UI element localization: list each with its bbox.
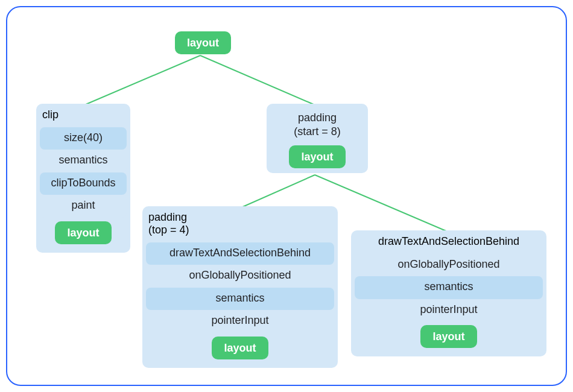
node-head-line2: (start = 8) [294, 125, 341, 138]
layout-leaf: layout [271, 145, 363, 168]
layout-leaf: layout [40, 218, 127, 249]
layout-pill: layout [55, 221, 111, 244]
modifier-pointer-input: pointerInput [146, 310, 334, 332]
layout-leaf: layout [355, 321, 543, 353]
node-clip: clip size(40) semantics clipToBounds pai… [36, 104, 130, 253]
layout-leaf: layout [146, 333, 334, 364]
modifier-paint: paint [40, 195, 127, 217]
modifier-size: size(40) [40, 127, 127, 150]
node-head-line1: padding [298, 112, 337, 124]
modifier-pointer-input: pointerInput [355, 299, 543, 321]
node-head: padding (top = 4) [142, 206, 338, 242]
layout-pill: layout [289, 145, 345, 168]
layout-pill: layout [212, 337, 268, 359]
node-head: drawTextAndSelectionBehind [351, 230, 546, 254]
node-padding-start: padding (start = 8) layout [267, 104, 368, 173]
layout-pill: layout [175, 31, 231, 54]
modifier-clip-to-bounds: clipToBounds [40, 172, 127, 195]
modifier-semantics: semantics [355, 276, 543, 299]
modifier-draw-text-selection: drawTextAndSelectionBehind [146, 242, 334, 265]
svg-line-0 [84, 55, 200, 105]
svg-line-1 [200, 55, 315, 105]
layout-pill: layout [420, 325, 476, 348]
node-padding-top: padding (top = 4) drawTextAndSelectionBe… [142, 206, 338, 368]
modifier-semantics: semantics [146, 288, 334, 310]
svg-line-2 [241, 175, 315, 207]
diagram-frame: layout clip size(40) semantics clipToBou… [6, 6, 567, 386]
modifier-on-globally-positioned: onGloballyPositioned [146, 265, 334, 287]
modifier-semantics: semantics [40, 150, 127, 172]
modifier-on-globally-positioned: onGloballyPositioned [355, 254, 543, 276]
node-draw-text-selection: drawTextAndSelectionBehind onGloballyPos… [351, 230, 546, 356]
root-layout-node: layout [175, 31, 231, 54]
node-head: clip [36, 104, 130, 127]
